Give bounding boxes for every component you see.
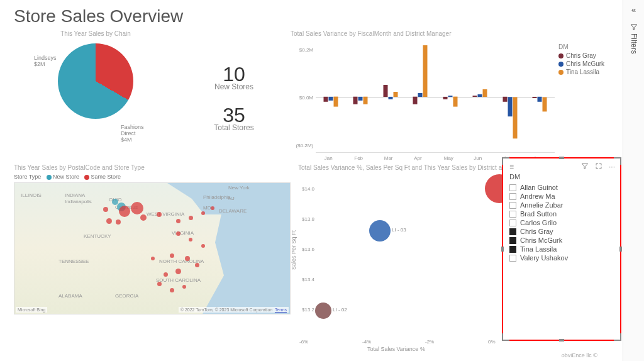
resize-handle[interactable] xyxy=(559,157,564,159)
axis-tick: -6% xyxy=(299,339,308,345)
bar[interactable] xyxy=(502,97,507,102)
bar[interactable] xyxy=(423,45,428,97)
checkbox[interactable] xyxy=(509,193,516,200)
map-bubble[interactable] xyxy=(176,219,180,223)
axis-tick: $13.8 xyxy=(302,216,314,222)
pie-chart[interactable]: This Year Sales by Chain Lindseys$2M Fas… xyxy=(14,30,177,153)
checkbox[interactable] xyxy=(509,237,516,244)
bar[interactable] xyxy=(323,97,328,102)
map-bubble[interactable] xyxy=(103,207,108,212)
bar[interactable] xyxy=(478,94,482,97)
map-bubble[interactable] xyxy=(170,253,174,258)
resize-handle[interactable] xyxy=(502,157,509,165)
bar[interactable] xyxy=(383,85,387,97)
map-chart[interactable]: This Year Sales by PostalCode and Store … xyxy=(14,164,291,337)
bar[interactable] xyxy=(393,92,397,97)
bar[interactable] xyxy=(353,97,358,104)
bar[interactable] xyxy=(473,96,477,97)
map-bubble[interactable] xyxy=(201,244,205,248)
slicer-item-label: Carlos Grilo xyxy=(520,219,557,226)
bar[interactable] xyxy=(328,97,333,101)
filter-icon[interactable] xyxy=(581,162,589,172)
map-bubble[interactable] xyxy=(157,212,162,217)
map-terms-link[interactable]: Terms xyxy=(275,308,287,312)
slicer-item[interactable]: Allan Guinot xyxy=(503,183,620,192)
checkbox[interactable] xyxy=(509,228,516,235)
slicer-item[interactable]: Chris Gray xyxy=(503,227,620,236)
map-legend: Store Type New Store Same Store xyxy=(14,174,291,180)
kpi-card[interactable]: 10 New Stores xyxy=(214,63,253,91)
checkbox[interactable] xyxy=(509,255,516,262)
bar[interactable] xyxy=(333,97,338,107)
variance-chart[interactable]: Total Sales Variance by FiscalMonth and … xyxy=(291,30,611,153)
slicer-item[interactable]: Valery Ushakov xyxy=(503,253,620,262)
bar[interactable] xyxy=(543,97,547,111)
focus-mode-icon[interactable] xyxy=(595,162,602,172)
map-bubble[interactable] xyxy=(175,269,181,274)
axis-tick: Feb xyxy=(354,155,363,161)
resize-handle[interactable] xyxy=(501,247,504,252)
map-bubble[interactable] xyxy=(157,282,162,286)
bar[interactable] xyxy=(513,97,517,138)
map-region-label: WEST VIRGINIA xyxy=(147,211,184,217)
resize-handle[interactable] xyxy=(502,333,509,341)
map-bubble[interactable] xyxy=(185,256,190,261)
bar[interactable] xyxy=(388,97,392,99)
map-bubble[interactable] xyxy=(189,238,192,242)
bar[interactable] xyxy=(418,93,423,97)
map-bubble[interactable] xyxy=(170,288,174,292)
map-bubble[interactable] xyxy=(201,211,205,215)
slicer-item[interactable]: Brad Sutton xyxy=(503,209,620,218)
axis-tick: $13.4 xyxy=(302,277,314,282)
scatter-bubble[interactable] xyxy=(315,303,331,319)
expand-pane-icon[interactable]: « xyxy=(631,5,636,14)
slicer-item[interactable]: Andrew Ma xyxy=(503,192,620,201)
bar[interactable] xyxy=(448,96,452,97)
bar[interactable] xyxy=(483,89,487,97)
map-bubble[interactable] xyxy=(140,214,147,221)
dm-slicer[interactable]: ≡ ··· DM Allan GuinotAndrew MaAnnelie Zu… xyxy=(503,158,620,340)
resize-handle[interactable] xyxy=(619,247,622,252)
resize-handle[interactable] xyxy=(559,339,564,342)
map-bubble[interactable] xyxy=(119,206,130,217)
checkbox[interactable] xyxy=(509,211,516,218)
bar[interactable] xyxy=(443,97,447,99)
kpi-card[interactable]: 35 Total Stores xyxy=(214,104,253,132)
slicer-item[interactable]: Chris McGurk xyxy=(503,236,620,245)
checkbox[interactable] xyxy=(509,202,516,209)
bar[interactable] xyxy=(533,97,537,98)
chart-title: This Year Sales by PostalCode and Store … xyxy=(14,164,291,171)
map-bubble[interactable] xyxy=(164,272,168,277)
filters-tab[interactable]: Filters xyxy=(628,19,640,58)
axis-tick: ($0.2M) xyxy=(296,143,313,148)
slicer-item[interactable]: Annelie Zubar xyxy=(503,201,620,209)
bar[interactable] xyxy=(508,97,512,116)
map-bubble[interactable] xyxy=(131,202,143,214)
bar[interactable] xyxy=(358,97,363,101)
legend-swatch xyxy=(558,62,564,67)
slicer-item[interactable]: Carlos Grilo xyxy=(503,218,620,227)
bar[interactable] xyxy=(364,97,368,104)
slicer-item[interactable]: Tina Lassila xyxy=(503,245,620,253)
map-bubble[interactable] xyxy=(176,231,180,236)
checkbox[interactable] xyxy=(509,184,516,191)
scatter-bubble[interactable] xyxy=(369,220,391,242)
axis-label: Total Sales Variance % xyxy=(367,346,425,352)
map-bubble[interactable] xyxy=(211,206,214,210)
resize-handle[interactable] xyxy=(614,157,621,165)
map-bubble[interactable] xyxy=(189,216,193,220)
drag-handle-icon[interactable]: ≡ xyxy=(509,162,515,172)
slicer-item-label: Brad Sutton xyxy=(520,210,557,218)
filters-pane-collapsed[interactable]: « Filters xyxy=(623,0,644,361)
bar[interactable] xyxy=(413,97,418,104)
map-bubble[interactable] xyxy=(116,219,121,225)
bar[interactable] xyxy=(453,97,457,107)
checkbox[interactable] xyxy=(509,246,516,253)
map-bubble[interactable] xyxy=(195,263,199,267)
map-bubble[interactable] xyxy=(182,285,186,289)
resize-handle[interactable] xyxy=(614,333,621,341)
map-bubble[interactable] xyxy=(151,257,155,260)
bar[interactable] xyxy=(538,97,542,102)
map-bubble[interactable] xyxy=(106,218,112,224)
checkbox[interactable] xyxy=(509,219,516,226)
